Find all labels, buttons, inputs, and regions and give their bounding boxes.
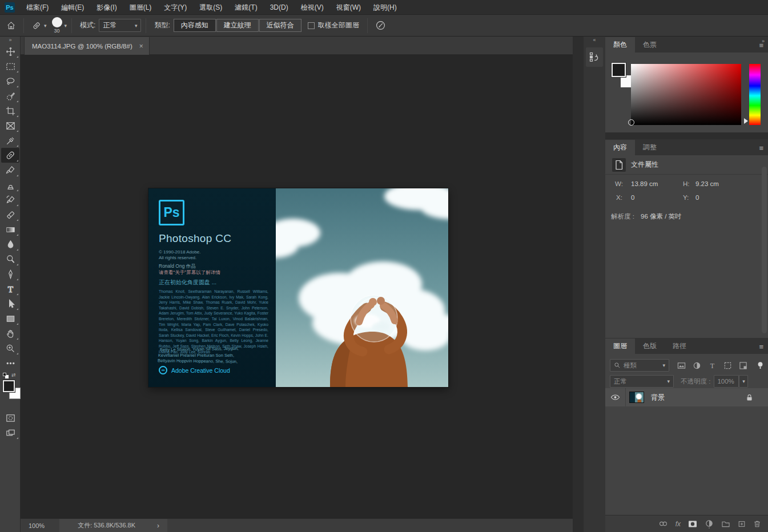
saturation-brightness-field[interactable] <box>631 64 741 125</box>
menu-help[interactable]: 說明(H) <box>367 0 403 15</box>
menu-file[interactable]: 檔案(F) <box>20 0 55 15</box>
x-value[interactable]: 0 <box>631 194 634 201</box>
frame-tool[interactable] <box>1 118 19 133</box>
screen-mode-button[interactable] <box>1 425 19 440</box>
default-colors-icon[interactable] <box>3 373 9 378</box>
tab-color[interactable]: 顏色 <box>605 37 635 53</box>
h-value[interactable]: 9.23 cm <box>695 180 719 187</box>
brush-tool[interactable] <box>1 163 19 178</box>
home-button[interactable] <box>3 17 19 34</box>
new-layer-icon[interactable] <box>738 520 746 528</box>
new-group-icon[interactable] <box>721 520 730 527</box>
history-panel-button[interactable] <box>586 47 603 67</box>
quick-mask-mode-button[interactable] <box>1 410 19 425</box>
crop-tool[interactable] <box>1 103 19 118</box>
resolution-value[interactable]: 96 像素 / 英吋 <box>641 212 682 221</box>
brush-preset-picker[interactable]: 30 <box>52 17 62 34</box>
swap-colors-icon[interactable]: ⇄ <box>11 372 16 378</box>
blur-tool[interactable] <box>1 237 19 252</box>
menu-type[interactable]: 文字(Y) <box>158 0 193 15</box>
eraser-tool[interactable] <box>1 207 19 222</box>
tab-layers[interactable]: 圖層 <box>605 338 635 354</box>
tablet-pressure-button[interactable] <box>372 17 389 34</box>
status-chevron-icon[interactable]: › <box>157 522 159 530</box>
hue-slider[interactable] <box>749 64 761 125</box>
rectangular-marquee-tool[interactable] <box>1 59 19 74</box>
pen-tool[interactable] <box>1 267 19 281</box>
history-brush-tool[interactable] <box>1 192 19 207</box>
filter-smart-objects-icon[interactable] <box>739 361 747 370</box>
sample-all-layers-checkbox[interactable] <box>308 22 315 29</box>
hand-tool[interactable] <box>1 326 19 341</box>
menu-image[interactable]: 影像(I) <box>90 0 123 15</box>
filter-adjustment-layers-icon[interactable] <box>693 361 701 370</box>
filter-pixel-layers-icon[interactable] <box>677 361 686 370</box>
expand-panels-icon[interactable]: » <box>762 38 765 44</box>
brush-icon <box>5 165 16 176</box>
tab-paths[interactable]: 路徑 <box>665 338 694 354</box>
panel-menu-icon[interactable]: ≡ <box>759 144 763 152</box>
dodge-tool[interactable] <box>1 252 19 267</box>
toolbar-collapse-button[interactable]: » <box>0 37 21 44</box>
tool-preset-button[interactable]: ▾ <box>29 17 50 34</box>
type-proximity-match-button[interactable]: 近似符合 <box>259 19 301 32</box>
clone-stamp-tool[interactable] <box>1 178 19 192</box>
menu-3d[interactable]: 3D(D) <box>264 0 295 15</box>
filter-toggle-icon[interactable] <box>757 361 764 370</box>
y-value[interactable]: 0 <box>695 194 699 201</box>
layer-style-button[interactable]: fx <box>675 520 681 528</box>
tab-properties[interactable]: 內容 <box>605 140 635 155</box>
zoom-tool[interactable] <box>1 341 19 356</box>
filter-type-layers-icon[interactable]: T <box>708 361 717 370</box>
color-field-marker[interactable] <box>628 119 634 126</box>
gradient-tool[interactable] <box>1 222 19 237</box>
type-content-aware-button[interactable]: 內容感知 <box>174 19 216 32</box>
spot-healing-brush-tool[interactable] <box>1 148 19 163</box>
hue-slider-marker[interactable] <box>744 118 748 124</box>
scrollbar[interactable] <box>762 167 767 333</box>
layer-filter-select[interactable]: 種類 ▾ <box>610 359 669 372</box>
add-mask-icon[interactable] <box>688 520 697 528</box>
tab-channels[interactable]: 色版 <box>635 338 665 354</box>
menu-select[interactable]: 選取(S) <box>193 0 228 15</box>
document-tab[interactable]: MAO3114.JPG @ 100% (RGB/8#) × <box>24 37 150 55</box>
status-bar: 100% 文件: 536.8K/536.8K › <box>21 518 573 532</box>
filter-shape-layers-icon[interactable] <box>723 361 732 370</box>
opacity-input[interactable]: 100% <box>714 375 739 388</box>
path-selection-tool[interactable] <box>1 296 19 311</box>
foreground-color-swatch[interactable] <box>3 380 15 392</box>
lasso-tool[interactable] <box>1 74 19 88</box>
layer-visibility-toggle[interactable] <box>605 388 626 406</box>
layer-row-background[interactable]: 背景 <box>605 388 768 406</box>
edit-toolbar-button[interactable] <box>1 356 19 370</box>
link-layers-icon[interactable] <box>658 520 668 527</box>
spot-healing-brush-icon <box>31 21 42 31</box>
delete-layer-icon[interactable] <box>753 520 761 528</box>
quick-selection-tool[interactable] <box>1 88 19 103</box>
dock-collapse-button[interactable]: « <box>584 37 605 44</box>
type-create-texture-button[interactable]: 建立紋理 <box>216 19 259 32</box>
splash-artist-note: 请查看“关于”屏幕以了解详情 <box>159 269 220 276</box>
layer-thumbnail[interactable] <box>629 392 644 403</box>
blend-mode-select[interactable]: 正常 ▾ <box>610 375 674 388</box>
panel-menu-icon[interactable]: ≡ <box>759 342 763 351</box>
menu-layer[interactable]: 圖層(L) <box>123 0 158 15</box>
menu-edit[interactable]: 編輯(E) <box>55 0 90 15</box>
move-tool[interactable] <box>1 44 19 59</box>
zoom-level[interactable]: 100% <box>29 522 45 529</box>
menu-view[interactable]: 檢視(V) <box>295 0 330 15</box>
foreground-color-swatch[interactable] <box>612 63 626 77</box>
type-tool[interactable]: T <box>1 281 19 296</box>
tab-swatches[interactable]: 色票 <box>635 37 665 53</box>
w-value[interactable]: 13.89 cm <box>631 180 658 187</box>
mode-select[interactable]: 正常 ▾ <box>99 19 141 32</box>
adjustment-layer-icon[interactable] <box>705 519 714 529</box>
menu-filter[interactable]: 濾鏡(T) <box>228 0 263 15</box>
close-icon[interactable]: × <box>139 42 143 50</box>
menu-window[interactable]: 視窗(W) <box>330 0 367 15</box>
tab-adjustments[interactable]: 調整 <box>635 140 665 155</box>
rectangle-tool[interactable] <box>1 311 19 326</box>
eyedropper-tool[interactable] <box>1 133 19 148</box>
opacity-dropdown-button[interactable]: ▾ <box>739 375 748 388</box>
canvas-area[interactable]: Ps Photoshop CC © 1990-2018 Adobe. All r… <box>21 55 573 518</box>
